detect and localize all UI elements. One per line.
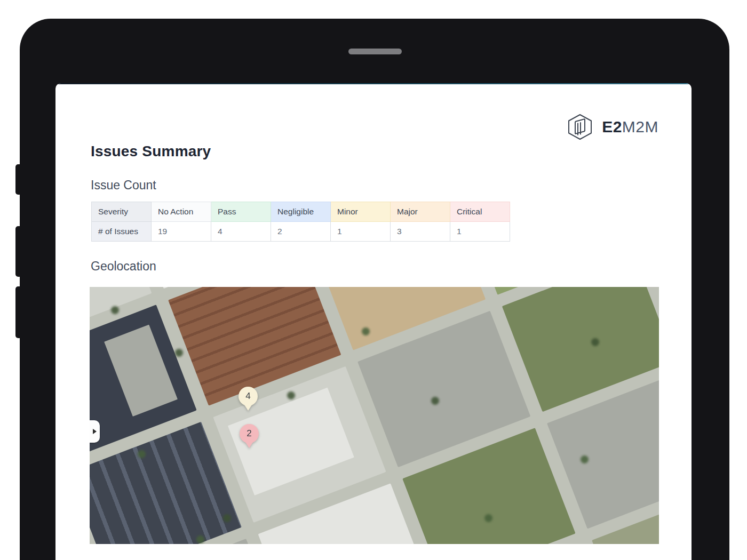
map-building [90, 287, 98, 298]
page-title: Issues Summary [91, 143, 211, 160]
section-heading-issue-count: Issue Count [91, 178, 156, 193]
tablet-frame: E2M2M Issues Summary Issue Count Severit… [20, 19, 729, 560]
table-header-minor: Minor [331, 202, 391, 222]
table-header-negligible: Negligible [271, 202, 331, 222]
table-header-row: Severity No Action Pass Negligible Minor… [92, 202, 510, 222]
tablet-camera-bar [348, 49, 402, 54]
table-header-severity: Severity [92, 202, 152, 222]
value-negligible: 2 [271, 222, 331, 242]
brand-logo-bold: E2 [602, 118, 622, 135]
table-header-major: Major [391, 202, 450, 222]
brand-logo: E2M2M [567, 114, 658, 140]
map-building [104, 325, 178, 417]
map-marker-2-label: 2 [247, 428, 251, 439]
table-value-row: # of Issues 19 4 2 1 3 1 [92, 222, 510, 242]
table-row-label: # of Issues [92, 222, 152, 242]
brand-logo-text: E2M2M [602, 118, 658, 136]
value-major: 3 [391, 222, 450, 242]
table-header-no-action: No Action [152, 202, 211, 222]
map-marker-4[interactable]: 4 [239, 387, 258, 406]
brand-logo-rest: M2M [622, 118, 658, 135]
table-header-pass: Pass [211, 202, 271, 222]
map-panel-toggle-button[interactable] [90, 420, 100, 443]
table-header-critical: Critical [450, 202, 510, 222]
report-screen: E2M2M Issues Summary Issue Count Severit… [55, 83, 692, 560]
value-minor: 1 [331, 222, 391, 242]
section-heading-geolocation: Geolocation [91, 259, 156, 274]
chevron-right-icon [93, 429, 97, 434]
map-illustration [90, 287, 659, 544]
map-tree-clusters [111, 306, 119, 314]
geolocation-map[interactable]: 4 2 [90, 287, 659, 544]
map-marker-4-label: 4 [245, 391, 250, 402]
value-critical: 1 [450, 222, 510, 242]
issue-count-table: Severity No Action Pass Negligible Minor… [91, 202, 510, 242]
hexagon-box-icon [567, 114, 593, 140]
value-pass: 4 [211, 222, 271, 242]
map-marker-2[interactable]: 2 [240, 424, 259, 443]
value-no-action: 19 [152, 222, 211, 242]
